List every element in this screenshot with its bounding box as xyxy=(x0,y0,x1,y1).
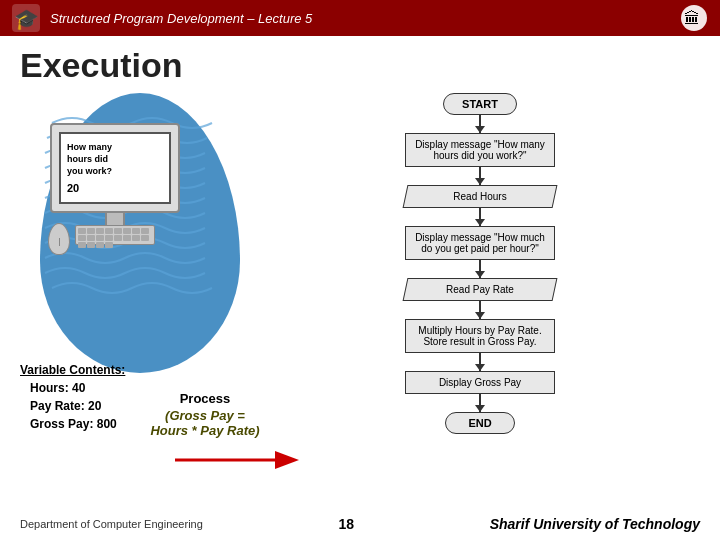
fc-read-pay-rate: Read Pay Rate xyxy=(403,278,558,301)
pay-rate-value: 20 xyxy=(88,399,101,413)
fc-display-msg-1: Display message "How many hours did you … xyxy=(405,133,555,167)
mouse-button-divider xyxy=(59,238,60,246)
main-content: Execution xyxy=(0,36,720,540)
screen-prompt: How manyhours didyou work? xyxy=(67,142,112,177)
left-column: How manyhours didyou work? 20 xyxy=(20,93,260,493)
footer-page-number: 18 xyxy=(338,516,354,532)
header-title: Structured Program Development – Lecture… xyxy=(50,11,312,26)
variable-contents: Variable Contents: Hours: 40 Pay Rate: 2… xyxy=(20,363,125,433)
variable-contents-heading: Variable Contents: xyxy=(20,363,125,377)
fc-read-hours: Read Hours xyxy=(403,185,558,208)
right-column: START Display message "How many hours di… xyxy=(260,93,700,493)
fc-arrow-1 xyxy=(479,115,481,133)
page-title: Execution xyxy=(20,46,700,85)
fc-display-gross-pay: Display Gross Pay xyxy=(405,371,555,394)
header-logo-right: 🏛 xyxy=(680,4,708,32)
gross-pay-var: Gross Pay: 800 xyxy=(20,415,125,433)
keyboard xyxy=(75,225,155,245)
mouse xyxy=(48,223,70,255)
pay-rate-label: Pay Rate: xyxy=(30,399,85,413)
fc-display-msg-2: Display message "How much do you get pai… xyxy=(405,226,555,260)
fc-arrow-7 xyxy=(479,394,481,412)
hours-value: 40 xyxy=(72,381,85,395)
fc-read-pay-rate-inner: Read Pay Rate xyxy=(414,284,546,295)
footer: Department of Computer Engineering 18 Sh… xyxy=(20,516,700,532)
computer-illustration: How manyhours didyou work? 20 xyxy=(50,123,180,235)
svg-text:🎓: 🎓 xyxy=(14,7,39,31)
header-logo-left: 🎓 xyxy=(12,4,40,32)
process-area: Process (Gross Pay = Hours * Pay Rate) xyxy=(150,391,260,438)
fc-end: END xyxy=(445,412,515,434)
content-area: How manyhours didyou work? 20 xyxy=(20,93,700,493)
fc-arrow-4 xyxy=(479,260,481,278)
process-label: Process xyxy=(150,391,260,406)
monitor-screen: How manyhours didyou work? 20 xyxy=(59,132,171,204)
gross-pay-label: Gross Pay: xyxy=(30,417,93,431)
fc-read-hours-inner: Read Hours xyxy=(414,191,546,202)
hours-label: Hours: xyxy=(30,381,69,395)
fc-multiply: Multiply Hours by Pay Rate. Store result… xyxy=(405,319,555,353)
fc-arrow-2 xyxy=(479,167,481,185)
header: 🎓 Structured Program Development – Lectu… xyxy=(0,0,720,36)
gross-pay-value: 800 xyxy=(97,417,117,431)
fc-start: START xyxy=(443,93,517,115)
fc-arrow-6 xyxy=(479,353,481,371)
fc-arrow-3 xyxy=(479,208,481,226)
pay-rate-var: Pay Rate: 20 xyxy=(20,397,125,415)
svg-text:🏛: 🏛 xyxy=(684,10,700,27)
flowchart: START Display message "How many hours di… xyxy=(390,93,570,434)
fc-arrow-5 xyxy=(479,301,481,319)
footer-university: Sharif University of Technology xyxy=(490,516,700,532)
monitor: How manyhours didyou work? 20 xyxy=(50,123,180,213)
variable-list: Hours: 40 Pay Rate: 20 Gross Pay: 800 xyxy=(20,379,125,433)
footer-dept: Department of Computer Engineering xyxy=(20,518,203,530)
hours-var: Hours: 40 xyxy=(20,379,125,397)
process-formula: (Gross Pay = Hours * Pay Rate) xyxy=(150,408,260,438)
red-arrow xyxy=(175,445,305,475)
screen-input: 20 xyxy=(67,182,79,194)
